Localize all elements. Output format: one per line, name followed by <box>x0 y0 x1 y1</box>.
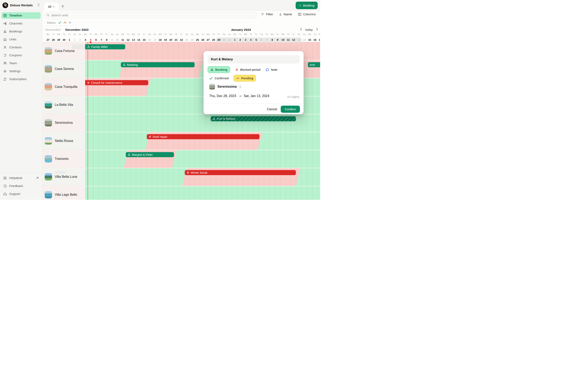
timeline-row-canvas[interactable]: Roof repair <box>85 132 320 150</box>
timeline-row-canvas[interactable] <box>85 186 320 200</box>
sidebar-item-contacts[interactable]: Contacts <box>2 44 41 50</box>
type-note-option[interactable]: Note <box>266 68 277 71</box>
unit-name: Casa Tranquilla <box>55 85 77 89</box>
book-icon <box>3 176 7 180</box>
tab-all[interactable]: All <box>44 3 59 11</box>
weekday-label: We <box>243 33 248 35</box>
unit-cell-villa-lago-bello[interactable]: Villa Lago Bello <box>43 186 85 200</box>
sidebar-item-label: Settings <box>9 69 21 73</box>
weekday-label: Sa <box>259 33 264 35</box>
day-number: 6 <box>259 38 264 42</box>
weekday-label: Fr <box>141 33 147 35</box>
weekday-label: We <box>168 33 173 35</box>
unit-cell-stella-rossa[interactable]: Stella Rossa <box>43 132 85 150</box>
brand-logo: DR <box>2 2 8 8</box>
sidebar-footer-support[interactable]: Support <box>2 191 41 197</box>
search-input[interactable] <box>51 13 255 17</box>
sidebar-item-bookings[interactable]: Bookings <box>2 28 41 35</box>
booking-bar[interactable]: Booking <box>121 62 195 67</box>
timeline-row-canvas[interactable]: Kurt & Melany <box>85 114 320 132</box>
filter-button[interactable]: Filter <box>261 12 273 16</box>
sidebar-item-settings[interactable]: Settings <box>2 68 41 75</box>
chevron-down-icon <box>53 6 55 8</box>
popup-divider <box>204 103 303 104</box>
arrow-down-icon <box>279 13 282 16</box>
blocked-period-bar[interactable]: Closed for maintenance <box>85 80 148 85</box>
day-number: 19 <box>163 38 168 42</box>
status-confirmed-option[interactable]: Confirmed <box>209 76 229 80</box>
unit-cell-villa-bella-luna[interactable]: Villa Bella Luna <box>43 168 85 186</box>
confirm-button[interactable]: Confirm <box>281 106 300 113</box>
filter-label: Filter <box>266 12 273 16</box>
day-number: 30 <box>61 38 67 42</box>
sidebar-item-channels[interactable]: Channels <box>2 20 41 27</box>
date-range[interactable]: Thu, Dec 28, 2023 Sat, Jan 13, 2024 <box>209 94 269 98</box>
weekday-label: We <box>280 33 286 35</box>
remove-filter-icon[interactable] <box>69 21 71 24</box>
timeline-row-canvas[interactable]: Margret & Peter <box>85 150 320 168</box>
sidebar-item-label: Team <box>9 61 17 65</box>
status-filter-chip[interactable]: Status: <box>44 20 74 25</box>
blocked-period-bar[interactable]: Winter break <box>185 170 296 175</box>
unit-selector-updown-icon[interactable] <box>239 85 241 88</box>
booking-bar[interactable]: Margret & Peter <box>126 152 174 157</box>
sidebar-item-team[interactable]: Team <box>2 60 41 67</box>
weekday-label: Sa <box>109 33 115 35</box>
workspace-switcher[interactable]: DR Deluxe Rentals <box>0 0 42 11</box>
arrow-right-icon <box>238 95 242 98</box>
checkin-date[interactable]: Thu, Dec 28, 2023 <box>209 94 236 98</box>
sidebar-item-coupons[interactable]: Coupons <box>2 52 41 58</box>
cancel-button[interactable]: Cancel <box>267 108 277 111</box>
sidebar-item-units[interactable]: Units <box>2 36 41 43</box>
guest-name-input[interactable] <box>208 55 300 63</box>
sidebar-item-label: Contacts <box>9 45 22 49</box>
new-booking-button[interactable]: + Booking <box>296 2 318 9</box>
unit-cell-casa-serena[interactable]: Casa Serena <box>43 60 85 78</box>
day-number: 18 <box>157 38 163 42</box>
calendar-prev-icon[interactable] <box>300 28 302 31</box>
workspace-updown-icon <box>37 3 40 7</box>
type-booking-pill[interactable]: Booking <box>208 66 230 73</box>
sidebar-footer-helpdesk[interactable]: Helpdesk <box>2 175 41 181</box>
booking-bar[interactable]: erre <box>308 62 320 67</box>
unit-cell-serenissima[interactable]: Serenissima <box>43 114 85 132</box>
add-tab-button[interactable] <box>61 4 65 9</box>
blocked-period-bar[interactable]: Roof repair <box>147 134 259 139</box>
booking-bar[interactable]: Kurt & Melany <box>211 116 296 121</box>
calendar-next-icon[interactable] <box>316 28 318 31</box>
unit-cell-la-bella-vita[interactable]: La Bella Vita <box>43 96 85 114</box>
weekday-label: Tu <box>163 33 168 35</box>
today-button[interactable]: today <box>305 28 313 31</box>
type-blocked-option[interactable]: Blocked period <box>235 68 260 71</box>
unit-selector-label: Serenissima <box>217 85 237 89</box>
columns-button[interactable]: Columns <box>298 12 316 16</box>
day-number: 4 <box>248 38 254 42</box>
sort-button[interactable]: Name <box>279 12 292 16</box>
sidebar-item-timeline[interactable]: 17Timeline <box>2 12 41 19</box>
day-number: 25 <box>195 38 200 42</box>
timeline-row: Villa Lago Bello <box>0 186 320 200</box>
weekday-label: Mo <box>83 33 88 35</box>
weekday-label: Tu <box>200 33 205 35</box>
sidebar-item-subscription[interactable]: Subscription <box>2 76 41 82</box>
unit-thumbnail <box>45 137 52 145</box>
weekday-label: Th <box>61 33 67 35</box>
day-number: 31 <box>227 38 232 42</box>
type-note-label: Note <box>271 68 277 71</box>
unit-cell-casa-tranquilla[interactable]: Casa Tranquilla <box>43 78 85 96</box>
checkout-date[interactable]: Sat, Jan 13, 2024 <box>244 94 269 98</box>
unit-cell-tramonto[interactable]: Tramonto <box>43 150 85 168</box>
unit-thumbnail <box>45 155 52 162</box>
check-icon <box>58 21 61 24</box>
bar-label: erre <box>310 63 315 66</box>
booking-bar[interactable]: Family Miller <box>85 44 125 49</box>
status-pending-pill[interactable]: Pending <box>233 75 256 82</box>
bar-label: Roof repair <box>153 135 167 138</box>
sidebar-footer-feedback[interactable]: Feedback <box>2 183 41 189</box>
day-number: 26 <box>200 38 205 42</box>
day-number: 16 <box>147 38 152 42</box>
weekday-label: Th <box>286 33 291 35</box>
timeline-row-canvas[interactable]: Winter break <box>85 168 320 186</box>
chat-icon <box>3 184 7 188</box>
weekday-label: Th <box>136 33 141 35</box>
